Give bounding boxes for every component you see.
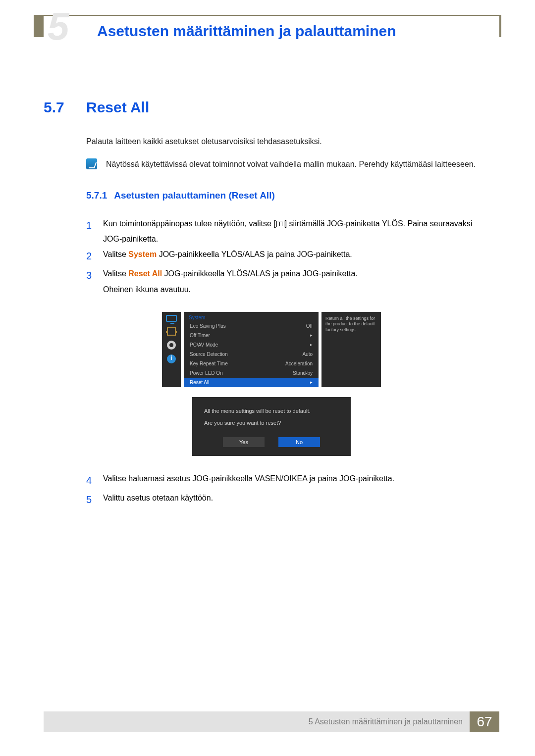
step-text: Valitse bbox=[103, 269, 128, 278]
osd-value: Auto bbox=[302, 352, 313, 357]
section-intro: Palauta laitteen kaikki asetukset oletus… bbox=[86, 136, 484, 148]
yes-button[interactable]: Yes bbox=[223, 437, 265, 447]
footer-text: 5 Asetusten määrittäminen ja palauttamin… bbox=[44, 711, 470, 732]
page-number: 67 bbox=[470, 711, 499, 732]
step-body: Valitse System JOG-painikkeella YLÖS/ALA… bbox=[103, 247, 484, 266]
step-body: Valitse Reset All JOG-painikkeella YLÖS/… bbox=[103, 266, 484, 297]
osd-row: Key Repeat TimeAcceleration bbox=[184, 359, 319, 368]
step-text: JOG-painikkeella YLÖS/ALAS ja paina JOG-… bbox=[157, 250, 352, 258]
gear-icon bbox=[167, 341, 176, 350]
subsection-title: Asetusten palauttaminen (Reset All) bbox=[114, 190, 274, 201]
osd-value: Acceleration bbox=[285, 361, 313, 366]
chapter-title: Asetusten määrittäminen ja palauttaminen bbox=[44, 16, 499, 40]
osd-sidebar bbox=[162, 312, 181, 387]
confirm-buttons: Yes No bbox=[204, 437, 339, 447]
chapter-number-bg: 5 bbox=[48, 7, 69, 46]
osd-row: Source DetectionAuto bbox=[184, 350, 319, 359]
osd-menu: System Eco Saving PlusOff Off Timer▸ PC/… bbox=[138, 312, 405, 387]
chevron-right-icon: ▸ bbox=[310, 333, 313, 338]
menu-icon bbox=[276, 221, 284, 227]
step-number: 4 bbox=[86, 471, 96, 490]
step-number: 2 bbox=[86, 247, 96, 266]
steps-list: 1 Kun toimintonäppäinopas tulee näyttöön… bbox=[86, 216, 484, 297]
step-text: JOG-painikkeella YLÖS/ALAS ja paina JOG-… bbox=[162, 269, 358, 278]
frame-icon bbox=[167, 327, 176, 336]
subsection-heading: 5.7.1 Asetusten palauttaminen (Reset All… bbox=[86, 190, 499, 201]
step-number: 3 bbox=[86, 266, 96, 297]
osd-row: Off Timer▸ bbox=[184, 331, 319, 340]
chevron-right-icon: ▸ bbox=[310, 342, 313, 348]
osd-info-panel: Return all the settings for the product … bbox=[321, 312, 381, 387]
section-heading: 5.7 Reset All bbox=[44, 99, 499, 116]
osd-label: PC/AV Mode bbox=[190, 342, 218, 348]
osd-row: PC/AV Mode▸ bbox=[184, 340, 319, 350]
step-body: Valittu asetus otetaan käyttöön. bbox=[103, 490, 484, 509]
osd-label: Key Repeat Time bbox=[190, 361, 228, 366]
osd-label: Power LED On bbox=[190, 370, 223, 376]
note-row: Näytössä käytettävissä olevat toiminnot … bbox=[86, 158, 484, 170]
step-number: 5 bbox=[86, 490, 96, 509]
osd-title: System bbox=[184, 312, 319, 321]
osd-value: Off bbox=[306, 323, 313, 329]
step-text: Kun toimintonäppäinopas tulee näyttöön, … bbox=[103, 219, 276, 228]
step-body: Kun toimintonäppäinopas tulee näyttöön, … bbox=[103, 216, 484, 247]
confirm-question: Are you sure you want to reset? bbox=[204, 419, 339, 427]
step-4: 4 Valitse haluamasi asetus JOG-painikkee… bbox=[86, 471, 484, 490]
info-icon bbox=[167, 354, 176, 363]
osd-row: Power LED OnStand-by bbox=[184, 368, 319, 378]
highlight-reset: Reset All bbox=[128, 269, 162, 278]
highlight-system: System bbox=[128, 250, 157, 258]
note-icon bbox=[86, 158, 97, 169]
osd-value: Stand-by bbox=[293, 370, 313, 376]
step-3: 3 Valitse Reset All JOG-painikkeella YLÖ… bbox=[86, 266, 484, 297]
osd-row-selected: Reset All▸ bbox=[184, 378, 319, 387]
osd-label: Source Detection bbox=[190, 352, 228, 357]
osd-row: Eco Saving PlusOff bbox=[184, 321, 319, 331]
step-text: Oheinen ikkuna avautuu. bbox=[103, 282, 484, 297]
page: 5 Asetusten määrittäminen ja palauttamin… bbox=[44, 16, 499, 709]
note-text: Näytössä käytettävissä olevat toiminnot … bbox=[106, 158, 476, 170]
step-body: Valitse haluamasi asetus JOG-painikkeell… bbox=[103, 471, 484, 490]
no-button[interactable]: No bbox=[278, 437, 320, 447]
step-number: 1 bbox=[86, 216, 96, 247]
osd-label: Off Timer bbox=[190, 333, 210, 338]
monitor-icon bbox=[166, 315, 177, 322]
chevron-right-icon: ▸ bbox=[310, 380, 313, 385]
osd-label: Reset All bbox=[190, 380, 209, 385]
step-2: 2 Valitse System JOG-painikkeella YLÖS/A… bbox=[86, 247, 484, 266]
section-number: 5.7 bbox=[44, 99, 86, 116]
confirm-text: All the menu settings will be reset to d… bbox=[204, 407, 339, 415]
step-5: 5 Valittu asetus otetaan käyttöön. bbox=[86, 490, 484, 509]
steps-list-continued: 4 Valitse haluamasi asetus JOG-painikkee… bbox=[86, 471, 484, 509]
footer: 5 Asetusten määrittäminen ja palauttamin… bbox=[44, 711, 499, 732]
confirm-dialog: All the menu settings will be reset to d… bbox=[192, 397, 351, 456]
osd-main-panel: System Eco Saving PlusOff Off Timer▸ PC/… bbox=[184, 312, 319, 387]
subsection-number: 5.7.1 bbox=[86, 190, 107, 201]
step-1: 1 Kun toimintonäppäinopas tulee näyttöön… bbox=[86, 216, 484, 247]
step-text: Valitse bbox=[103, 250, 128, 258]
section-title: Reset All bbox=[86, 99, 149, 116]
osd-label: Eco Saving Plus bbox=[190, 323, 226, 329]
